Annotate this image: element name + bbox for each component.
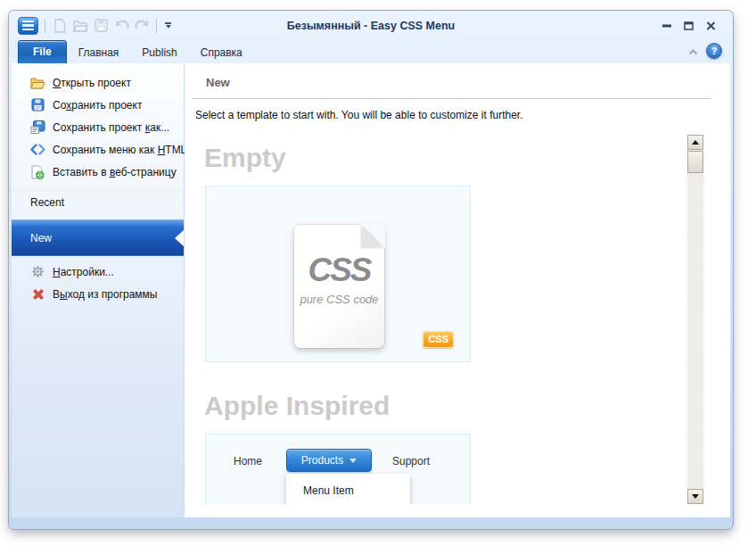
close-icon[interactable] xyxy=(705,21,717,31)
selected-item-arrow xyxy=(175,230,184,246)
customize-caret xyxy=(166,25,171,29)
app-window: Безымянный - Easy CSS Menu File Главная … xyxy=(9,11,733,529)
menu-item-exit[interactable]: Выход из программы xyxy=(12,283,184,305)
dropdown-caret-icon xyxy=(349,459,357,463)
ribbon-right-controls: ? xyxy=(688,43,722,59)
vertical-scrollbar[interactable] xyxy=(687,135,703,504)
ribbon-tab-row: File Главная Publish Справка ? xyxy=(9,40,733,63)
template-scroll-viewport: Empty CSS pure CSS code CSS Apple Inspir… xyxy=(185,135,702,504)
sidebar-item-recent[interactable]: Recent xyxy=(12,190,184,213)
menu-item-label: Открыть проект xyxy=(53,77,131,89)
quick-access-toolbar xyxy=(18,17,173,35)
content-pane: New Select a template to start with. You… xyxy=(185,63,730,517)
menu-item-open-project[interactable]: Открыть проект xyxy=(12,71,184,94)
open-project-icon[interactable] xyxy=(72,18,88,34)
template-heading-empty: Empty xyxy=(204,143,286,173)
menu-item-label: Сохранить проект xyxy=(53,99,142,112)
tab-file[interactable]: File xyxy=(18,40,67,63)
toolbar-separator xyxy=(156,19,157,33)
menu-item-insert-into-webpage[interactable]: Вставить в веб-страницу xyxy=(12,161,184,183)
save-as-icon xyxy=(30,120,45,135)
template-card-empty[interactable]: CSS pure CSS code CSS xyxy=(205,186,471,362)
up-arrow-glyph xyxy=(692,140,699,145)
menu-item-label: Сохранить проект как... xyxy=(53,121,169,134)
help-icon[interactable]: ? xyxy=(706,43,722,59)
html-code-icon xyxy=(30,143,45,157)
recent-label: Recent xyxy=(30,196,64,209)
menu-item-save-menu-as-html[interactable]: Сохранить меню как HTML xyxy=(12,138,184,161)
css-doc-title: CSS xyxy=(294,252,384,289)
page-subtitle: Select a template to start with. You wil… xyxy=(195,109,523,121)
menu-item-label: Настройки... xyxy=(53,266,114,278)
preview-dropdown-panel: Menu Item xyxy=(286,474,410,504)
app-menu-bars xyxy=(22,21,34,30)
menu-item-save-project-as[interactable]: Сохранить проект как... xyxy=(12,116,184,138)
file-menu-sidebar: Открыть проект Сохранить проект Сохранит… xyxy=(12,63,185,517)
save-icon[interactable] xyxy=(93,18,109,34)
app-menu-icon[interactable] xyxy=(18,17,38,35)
preview-menu-products-button: Products xyxy=(286,449,372,472)
embed-page-icon xyxy=(30,165,45,179)
preview-dropdown-item: Menu Item xyxy=(286,474,410,497)
menu-item-save-project[interactable]: Сохранить проект xyxy=(12,94,184,116)
page-title: New xyxy=(206,76,230,89)
new-document-icon[interactable] xyxy=(52,18,68,34)
menu-item-label: Сохранить меню как HTML xyxy=(53,144,186,156)
collapse-ribbon-icon[interactable] xyxy=(688,43,698,59)
menu-item-label: Вставить в веб-страницу xyxy=(53,166,177,178)
tab-help[interactable]: Справка xyxy=(189,43,254,63)
title-bar: Безымянный - Easy CSS Menu xyxy=(9,11,733,40)
minimize-icon[interactable] xyxy=(661,21,672,31)
tab-publish[interactable]: Publish xyxy=(130,43,188,63)
page-fold-icon xyxy=(362,225,384,247)
down-arrow-glyph xyxy=(692,494,699,499)
template-card-apple-inspired[interactable]: Home Products Support Menu Item xyxy=(205,434,471,504)
new-label: New xyxy=(30,232,52,244)
window-controls xyxy=(661,21,724,31)
scroll-down-icon[interactable] xyxy=(687,489,703,504)
open-folder-icon xyxy=(30,76,45,90)
maximize-icon[interactable] xyxy=(683,21,694,31)
preview-menu-home: Home xyxy=(234,455,262,467)
window-body: Открыть проект Сохранить проект Сохранит… xyxy=(12,63,730,517)
menu-item-settings[interactable]: Настройки... xyxy=(12,261,184,283)
header-divider xyxy=(193,98,711,99)
products-label: Products xyxy=(301,454,343,467)
exit-x-icon xyxy=(30,287,45,302)
customize-bar xyxy=(165,22,171,24)
preview-menu-support: Support xyxy=(392,455,430,467)
file-menu-group-bottom: Настройки... Выход из программы xyxy=(12,256,184,305)
redo-icon[interactable] xyxy=(134,18,150,34)
save-icon xyxy=(30,98,45,112)
tab-home[interactable]: Главная xyxy=(67,43,131,63)
toolbar-separator xyxy=(45,19,45,33)
customize-toolbar-icon[interactable] xyxy=(163,22,173,29)
gear-icon xyxy=(30,265,45,279)
scrollbar-thumb[interactable] xyxy=(687,151,703,173)
css-doc-subtitle: pure CSS code xyxy=(294,293,384,306)
undo-icon[interactable] xyxy=(113,18,129,34)
template-heading-apple-inspired: Apple Inspired xyxy=(204,391,390,421)
scroll-up-icon[interactable] xyxy=(687,135,703,150)
sidebar-item-new-selected[interactable]: New xyxy=(12,219,184,256)
css-document-icon: CSS pure CSS code xyxy=(294,225,384,348)
css-badge: CSS xyxy=(423,331,454,348)
menu-item-label: Выход из программы xyxy=(53,288,158,301)
file-menu-group-top: Открыть проект Сохранить проект Сохранит… xyxy=(12,63,184,183)
